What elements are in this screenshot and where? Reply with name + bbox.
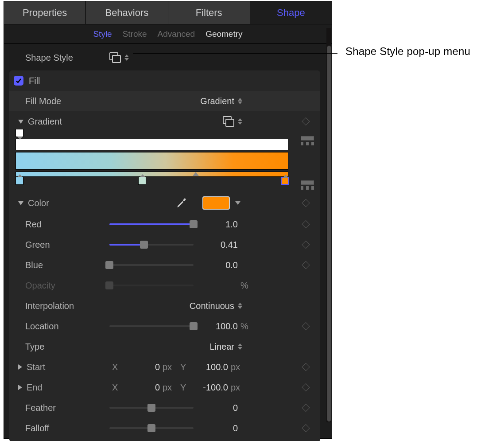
color-stop-1[interactable] <box>16 177 23 185</box>
updown-arrows-icon <box>238 343 242 350</box>
callout-leader-line <box>133 53 337 54</box>
start-x-label: X <box>112 362 124 372</box>
location-slider[interactable] <box>109 322 194 330</box>
end-keyframe-icon[interactable] <box>302 383 310 391</box>
start-disclosure-icon[interactable] <box>18 364 22 370</box>
start-keyframe-icon[interactable] <box>302 363 310 371</box>
location-keyframe-icon[interactable] <box>302 322 310 330</box>
fill-mode-popup[interactable]: Gradient <box>109 96 320 106</box>
subtab-stroke[interactable]: Stroke <box>123 29 147 39</box>
opacity-stop-handle[interactable] <box>16 129 23 137</box>
shape-style-preset-icon[interactable] <box>109 52 121 63</box>
color-row: Color <box>9 192 320 214</box>
start-y-value[interactable]: 100.0 <box>192 362 228 372</box>
gradient-disclosure-icon[interactable] <box>18 120 23 124</box>
start-x-unit: px <box>160 362 180 372</box>
red-value[interactable]: 1.0 <box>194 219 238 230</box>
chevron-down-icon[interactable] <box>235 201 240 205</box>
gradient-preview-bar[interactable] <box>16 152 288 170</box>
red-label: Red <box>25 219 109 230</box>
green-label: Green <box>25 240 109 250</box>
green-slider[interactable] <box>109 241 194 249</box>
feather-value[interactable]: 0 <box>194 403 238 413</box>
color-label: Color <box>28 198 49 208</box>
type-row: Type Linear <box>9 336 320 357</box>
gradient-keyframe-icon[interactable] <box>302 117 310 125</box>
blue-label: Blue <box>25 260 109 270</box>
interpolation-value: Continuous <box>190 301 234 311</box>
feather-slider[interactable] <box>109 404 194 412</box>
tab-behaviors[interactable]: Behaviors <box>86 1 168 24</box>
fill-label: Fill <box>29 76 40 86</box>
color-stop-3-selected[interactable] <box>281 177 289 185</box>
gradient-preset-icon[interactable] <box>223 116 234 127</box>
red-slider[interactable] <box>109 220 194 228</box>
type-label: Type <box>25 342 109 352</box>
falloff-keyframe-icon[interactable] <box>302 424 310 432</box>
opacity-bar[interactable] <box>16 139 288 150</box>
shape-style-label: Shape Style <box>25 53 109 63</box>
eyedropper-icon[interactable] <box>176 197 187 209</box>
blue-value[interactable]: 0.0 <box>194 260 238 270</box>
color-keyframe-icon[interactable] <box>302 199 310 207</box>
end-disclosure-icon[interactable] <box>18 385 22 390</box>
color-disclosure-icon[interactable] <box>18 201 23 205</box>
falloff-label: Falloff <box>25 423 109 433</box>
end-label: End <box>27 382 43 393</box>
location-value[interactable]: 100.0 <box>194 321 238 332</box>
subtab-geometry[interactable]: Geometry <box>205 29 242 39</box>
gradient-popup-arrows-icon[interactable] <box>238 118 242 125</box>
end-x-value[interactable]: 0 <box>124 382 160 393</box>
inspector-panel: Properties Behaviors Filters Shape Style… <box>4 1 332 439</box>
opacity-unit: % <box>238 281 256 291</box>
subtab-advanced[interactable]: Advanced <box>158 29 195 39</box>
blue-slider[interactable] <box>109 261 194 269</box>
fill-checkbox[interactable] <box>14 76 23 86</box>
fill-mode-label: Fill Mode <box>25 96 109 106</box>
start-y-label: Y <box>180 362 192 372</box>
start-x-value[interactable]: 0 <box>124 362 160 372</box>
fill-mode-row: Fill Mode Gradient <box>9 91 320 111</box>
location-row: Location 100.0 % <box>9 316 320 336</box>
fill-mode-value: Gradient <box>200 96 234 106</box>
subtab-style[interactable]: Style <box>93 29 112 39</box>
falloff-value[interactable]: 0 <box>194 423 238 433</box>
interpolation-row: Interpolation Continuous <box>9 296 320 316</box>
red-keyframe-icon[interactable] <box>302 220 310 228</box>
inspector-tabs: Properties Behaviors Filters Shape <box>4 1 332 24</box>
end-y-value[interactable]: -100.0 <box>192 382 228 393</box>
falloff-slider[interactable] <box>109 424 194 432</box>
opacity-row: Opacity % <box>9 275 320 296</box>
midpoint-handle[interactable] <box>193 172 199 176</box>
red-row: Red 1.0 <box>9 214 320 234</box>
tab-shape[interactable]: Shape <box>250 1 332 24</box>
inspector-body: Shape Style Fill Fill Mode Gradient <box>4 44 326 438</box>
color-stop-2[interactable] <box>138 177 146 185</box>
shape-style-popup-arrows-icon[interactable] <box>124 55 129 61</box>
feather-keyframe-icon[interactable] <box>302 404 310 412</box>
updown-arrows-icon <box>238 98 242 104</box>
shape-subtabs: Style Stroke Advanced Geometry <box>4 24 332 44</box>
gradient-stops <box>16 177 288 188</box>
interpolation-popup[interactable]: Continuous <box>109 301 320 311</box>
distribute-opacity-icon[interactable] <box>301 136 314 152</box>
callout-label: Shape Style pop-up menu <box>345 45 470 58</box>
gradient-editor[interactable] <box>9 132 320 192</box>
type-popup[interactable]: Linear <box>109 342 320 352</box>
end-x-unit: px <box>160 382 180 393</box>
tab-properties[interactable]: Properties <box>4 1 86 24</box>
gradient-color-bar[interactable] <box>16 172 288 177</box>
end-y-unit: px <box>228 382 248 393</box>
interpolation-label: Interpolation <box>25 301 109 311</box>
end-row: End X 0 px Y -100.0 px <box>9 377 320 398</box>
opacity-label: Opacity <box>25 281 109 291</box>
green-value[interactable]: 0.41 <box>194 240 238 250</box>
gradient-row: Gradient <box>9 111 320 132</box>
location-label: Location <box>25 321 109 332</box>
blue-keyframe-icon[interactable] <box>302 261 310 269</box>
tab-filters[interactable]: Filters <box>168 1 250 24</box>
fill-section: Fill Fill Mode Gradient Gradient <box>9 70 320 441</box>
green-keyframe-icon[interactable] <box>302 241 310 249</box>
color-swatch[interactable] <box>202 196 230 210</box>
scrollbar-thumb[interactable] <box>327 46 331 421</box>
